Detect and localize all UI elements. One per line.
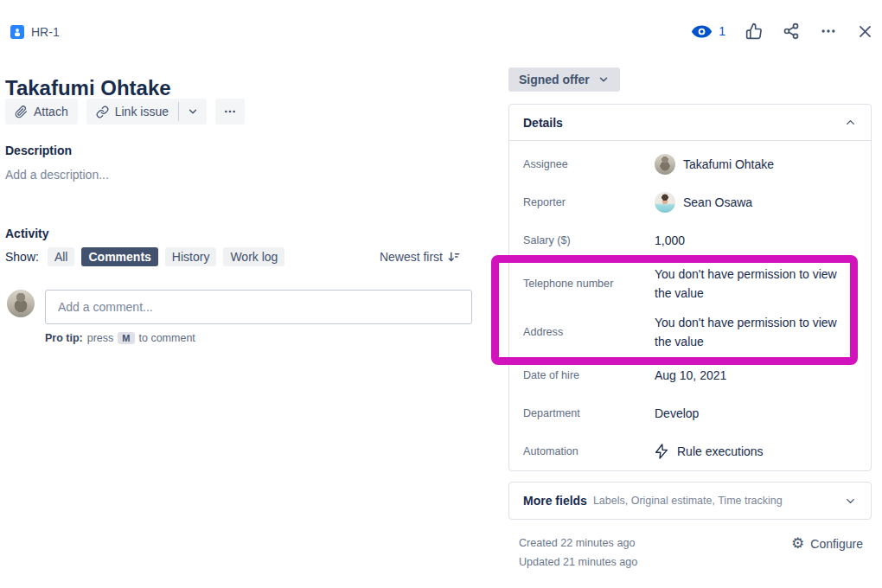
more-fields-label: More fields [523, 494, 587, 508]
assignee-name: Takafumi Ohtake [683, 155, 774, 174]
toolbar-more-button[interactable] [215, 99, 245, 125]
department-value[interactable]: Develop [655, 404, 857, 423]
chevron-down-icon [844, 495, 857, 508]
configure-button[interactable]: ⚙ Configure [791, 536, 863, 551]
comment-input[interactable] [45, 290, 472, 324]
field-row-salary: Salary ($) 1,000 [523, 221, 857, 259]
sort-order-button[interactable]: Newest first [380, 250, 461, 264]
salary-value[interactable]: 1,000 [655, 231, 857, 250]
reporter-value[interactable]: Sean Osawa [655, 192, 857, 213]
reporter-avatar [655, 192, 675, 213]
protip-suffix: to comment [139, 332, 195, 344]
configure-label: Configure [810, 537, 863, 551]
close-icon[interactable] [857, 23, 873, 40]
issue-type-icon [10, 25, 24, 39]
field-label: Telephone number [523, 278, 655, 290]
tab-work-log[interactable]: Work log [223, 247, 284, 266]
status-label: Signed offer [519, 73, 590, 86]
description-heading: Description [5, 144, 72, 157]
field-row-automation: Automation Rule executions [523, 432, 857, 470]
more-fields-summary: Labels, Original estimate, Time tracking [593, 495, 783, 507]
current-user-avatar [7, 290, 35, 317]
telephone-permission-message: You don't have permission to view the va… [655, 265, 857, 303]
lightning-icon [655, 444, 668, 459]
details-heading: Details [523, 116, 563, 130]
chevron-down-icon [598, 74, 610, 86]
field-row-telephone: Telephone number You don't have permissi… [523, 259, 857, 308]
field-row-assignee: Assignee Takafumi Ohtake [523, 145, 857, 183]
status-dropdown[interactable]: Signed offer [508, 67, 620, 92]
protip-prefix: Pro tip: [45, 332, 83, 344]
date-of-hire-value[interactable]: Aug 10, 2021 [655, 366, 857, 385]
tab-all[interactable]: All [48, 247, 75, 266]
attach-button[interactable]: Attach [5, 99, 78, 125]
protip-press: press [87, 332, 114, 344]
field-label: Automation [523, 445, 655, 457]
created-timestamp: Created 22 minutes ago [519, 537, 635, 549]
address-permission-message: You don't have permission to view the va… [655, 313, 857, 351]
chevron-up-icon[interactable] [844, 116, 857, 129]
field-label: Department [523, 407, 655, 419]
link-issue-button[interactable]: Link issue [86, 99, 178, 125]
watch-count: 1 [719, 24, 725, 38]
comment-protip: Pro tip: press M to comment [45, 332, 195, 344]
assignee-avatar [655, 154, 675, 175]
watch-button[interactable]: 1 [691, 24, 725, 39]
chevron-down-icon [187, 105, 199, 118]
rule-executions-link[interactable]: Rule executions [655, 442, 857, 461]
breadcrumb[interactable]: HR-1 [10, 25, 60, 39]
keyboard-key-badge: M [118, 332, 134, 344]
header-actions: 1 [691, 22, 873, 40]
attach-label: Attach [34, 105, 68, 118]
link-issue-dropdown-button[interactable] [179, 99, 207, 125]
tab-comments[interactable]: Comments [81, 247, 157, 266]
field-row-date-of-hire: Date of hire Aug 10, 2021 [523, 356, 857, 394]
field-label: Address [523, 326, 655, 338]
show-label: Show: [5, 250, 39, 264]
reporter-name: Sean Osawa [683, 193, 752, 212]
gear-icon: ⚙ [791, 536, 804, 551]
details-panel: Details Assignee Takafumi Ohtake Reporte… [508, 104, 872, 471]
field-row-address: Address You don't have permission to vie… [523, 308, 857, 356]
description-placeholder[interactable]: Add a description... [5, 168, 109, 182]
field-label: Assignee [523, 158, 655, 170]
assignee-value[interactable]: Takafumi Ohtake [655, 154, 857, 175]
field-row-department: Department Develop [523, 394, 857, 432]
details-panel-header[interactable]: Details [509, 105, 871, 141]
comment-row [7, 290, 472, 324]
field-label: Date of hire [523, 369, 655, 381]
link-issue-label: Link issue [115, 105, 169, 118]
share-button[interactable] [783, 22, 800, 40]
page-title[interactable]: Takafumi Ohtake [5, 76, 171, 100]
activity-heading: Activity [5, 227, 49, 240]
like-button[interactable] [745, 22, 763, 40]
link-issue-button-group: Link issue [86, 99, 207, 125]
issue-key[interactable]: HR-1 [31, 25, 60, 39]
more-fields-panel[interactable]: More fields Labels, Original estimate, T… [508, 482, 872, 520]
eye-icon [691, 24, 713, 39]
link-icon [96, 105, 109, 118]
field-label: Reporter [523, 196, 655, 208]
automation-label: Rule executions [677, 442, 764, 461]
field-row-reporter: Reporter Sean Osawa [523, 183, 857, 221]
paperclip-icon [15, 105, 28, 118]
toolbar: Attach Link issue [5, 99, 245, 125]
activity-filter-row: Show: All Comments History Work log Newe… [5, 247, 461, 266]
sort-descending-icon [447, 250, 461, 264]
sort-label: Newest first [380, 250, 443, 264]
details-fields: Assignee Takafumi Ohtake Reporter Sean O… [509, 141, 871, 470]
field-label: Salary ($) [523, 234, 655, 246]
updated-timestamp: Updated 21 minutes ago [519, 556, 637, 568]
more-actions-button[interactable] [820, 22, 837, 40]
tab-history[interactable]: History [165, 247, 217, 266]
